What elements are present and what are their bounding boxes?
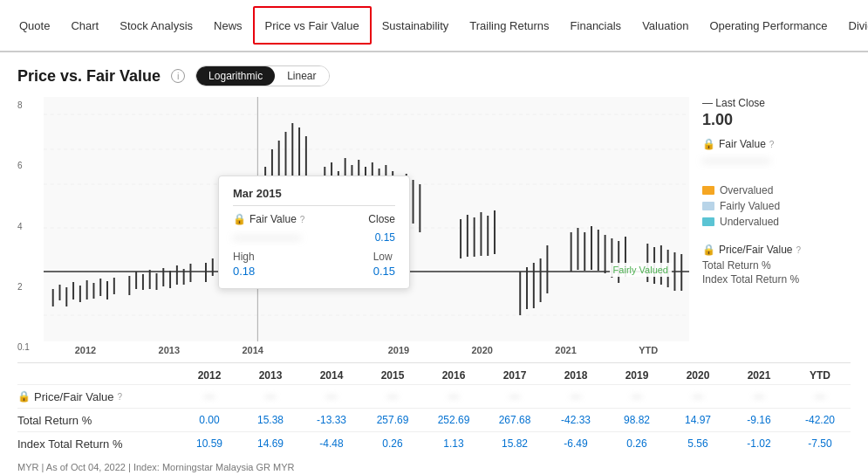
nav-item-valuation[interactable]: Valuation <box>632 0 699 52</box>
itr-2014: -4.48 <box>301 435 362 452</box>
total-return-legend: Total Return % <box>702 259 851 272</box>
nav-item-operating-performance[interactable]: Operating Performance <box>699 0 837 52</box>
last-close-label: — Last Close <box>702 97 851 109</box>
fair-value-question-icon[interactable]: ? <box>769 140 775 149</box>
chart-container: 8 6 4 2 0.1 <box>17 97 851 355</box>
x-axis: 2012 2013 2014 2019 2020 2021 YTD <box>44 345 689 355</box>
question-icon[interactable]: ? <box>300 215 305 224</box>
itr-2015: 0.26 <box>362 435 423 452</box>
year-2017: 2017 <box>484 367 545 384</box>
index-total-return-legend: Index Total Return % <box>702 273 851 286</box>
x-label-2020: 2020 <box>472 345 493 355</box>
tooltip-fair-value-blurred: —————— <box>233 231 301 244</box>
legend-overvalued-label: Overvalued <box>720 184 773 196</box>
svg-rect-18 <box>135 272 137 289</box>
svg-rect-63 <box>494 210 496 254</box>
year-2015: 2015 <box>362 367 423 384</box>
year-ytd: YTD <box>789 367 851 384</box>
data-table: 2012 2013 2014 2015 2016 2017 2018 2019 … <box>17 362 851 455</box>
y-axis: 8 6 4 2 0.1 <box>17 97 44 355</box>
nav-item-chart[interactable]: Chart <box>60 0 109 52</box>
svg-rect-62 <box>487 216 489 256</box>
nav-item-price-vs-fair-value[interactable]: Price vs Fair Value <box>253 6 372 45</box>
price-fair-value-question-icon[interactable]: ? <box>796 245 801 255</box>
pf-2016: — <box>423 388 484 405</box>
toggle-group: Logarithmic Linear <box>195 65 329 86</box>
itr-2019: 0.26 <box>606 435 667 452</box>
tr-2019: 98.82 <box>606 411 667 429</box>
index-total-return-row: Index Total Return % 10.59 14.69 -4.48 0… <box>17 431 851 455</box>
x-label-2014: 2014 <box>242 345 263 355</box>
tr-2014: -13.33 <box>301 411 362 429</box>
svg-rect-65 <box>526 267 528 309</box>
chart-area: 8 6 4 2 0.1 <box>17 97 689 355</box>
pf-2013: — <box>240 388 301 405</box>
row-lock-icon: 🔒 <box>17 390 31 403</box>
fairly-valued-badge: Fairly Valued <box>610 263 672 277</box>
itr-2013: 14.69 <box>240 435 301 452</box>
tooltip-fair-value-label: 🔒 Fair Value ? <box>233 213 304 225</box>
legend-panel: — Last Close 1.00 🔒 Fair Value ? —————— … <box>689 97 851 355</box>
svg-rect-71 <box>584 232 585 271</box>
undervalued-color-box <box>702 217 714 226</box>
svg-rect-72 <box>591 226 592 270</box>
svg-rect-7 <box>52 289 54 306</box>
info-icon[interactable]: i <box>171 69 185 83</box>
tooltip-low-value: 0.15 <box>373 265 395 278</box>
pf-question-icon[interactable]: ? <box>118 392 123 402</box>
legend-undervalued-label: Undervalued <box>720 216 779 228</box>
pf-label-text: Price/Fair Value <box>34 390 114 403</box>
tooltip-fair-value-row: 🔒 Fair Value ? Close <box>233 213 395 225</box>
nav-item-trailing-returns[interactable]: Trailing Returns <box>459 0 559 52</box>
itr-2020: 5.56 <box>667 435 728 452</box>
svg-rect-23 <box>169 271 171 288</box>
x-label-2013: 2013 <box>159 345 180 355</box>
svg-rect-13 <box>92 283 94 299</box>
footer-note: MYR | As of Oct 04, 2022 | Index: Mornin… <box>17 462 851 472</box>
nav-item-quote[interactable]: Quote <box>9 0 60 52</box>
y-label-8: 8 <box>17 100 44 110</box>
nav-item-dividends[interactable]: Dividends <box>838 0 869 52</box>
svg-rect-73 <box>598 230 599 271</box>
itr-2021: -1.02 <box>728 435 789 452</box>
lock-icon: 🔒 <box>233 213 246 225</box>
total-return-row: Total Return % 0.00 15.38 -13.33 257.69 … <box>17 408 851 431</box>
svg-rect-27 <box>205 263 207 282</box>
itr-2016: 1.13 <box>423 435 484 452</box>
nav-item-sustainability[interactable]: Sustainability <box>372 0 460 52</box>
chart-header: Price vs. Fair Value i Logarithmic Linea… <box>17 65 851 86</box>
tr-ytd: -42.20 <box>789 411 851 429</box>
price-fair-value-row: 🔒 Price/Fair Value ? — — — — — — — — — —… <box>17 384 851 408</box>
chart-tooltip: Mar 2015 🔒 Fair Value ? Close —————— <box>218 176 410 289</box>
svg-rect-8 <box>59 285 61 300</box>
tr-2015: 257.69 <box>362 411 423 429</box>
year-2014: 2014 <box>301 367 362 384</box>
svg-rect-59 <box>467 215 468 257</box>
svg-rect-74 <box>605 235 606 273</box>
nav-item-financials[interactable]: Financials <box>560 0 632 52</box>
pf-ytd: — <box>789 388 851 405</box>
main-content: Price vs. Fair Value i Logarithmic Linea… <box>0 52 868 475</box>
svg-rect-22 <box>162 268 164 286</box>
tr-2017: 267.68 <box>484 411 545 429</box>
pf-2014: — <box>301 388 362 405</box>
linear-toggle[interactable]: Linear <box>275 66 328 86</box>
overvalued-color-box <box>702 186 714 195</box>
logarithmic-toggle[interactable]: Logarithmic <box>196 66 275 86</box>
tooltip-values-row: —————— 0.15 <box>233 231 395 244</box>
nav-item-stock-analysis[interactable]: Stock Analysis <box>109 0 203 52</box>
year-2018: 2018 <box>545 367 606 384</box>
y-label-01: 0.1 <box>17 342 44 352</box>
svg-rect-60 <box>474 217 475 257</box>
itr-2018: -6.49 <box>545 435 606 452</box>
nav-item-news[interactable]: News <box>203 0 253 52</box>
tr-2012: 0.00 <box>179 411 240 429</box>
pf-2019: — <box>606 388 667 405</box>
legend-undervalued: Undervalued <box>702 216 851 228</box>
svg-rect-11 <box>79 286 81 302</box>
index-total-return-label: Index Total Return % <box>17 437 179 451</box>
year-2020: 2020 <box>667 367 728 384</box>
tr-2016: 252.69 <box>423 411 484 429</box>
x-label-2019: 2019 <box>388 345 409 355</box>
svg-rect-9 <box>65 287 67 306</box>
